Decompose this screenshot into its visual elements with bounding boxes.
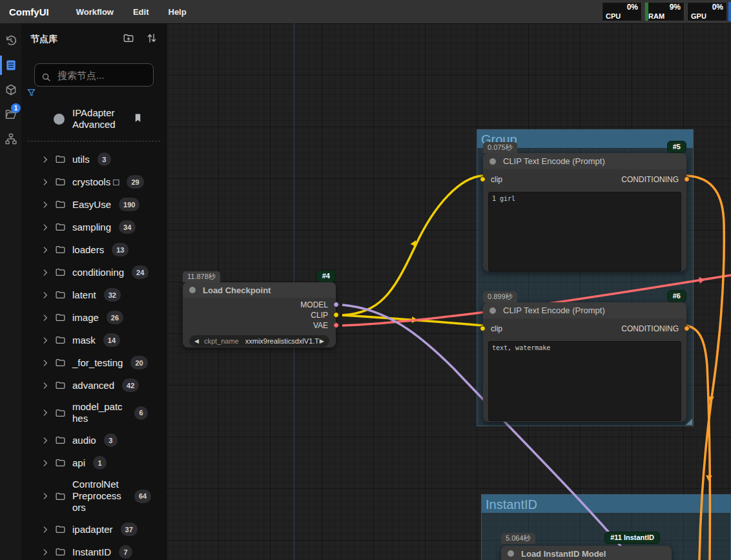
category-label: loaders — [72, 244, 104, 256]
chevron-right-icon[interactable] — [41, 525, 50, 534]
group-resize-handle[interactable] — [686, 419, 692, 425]
bookmarked-node-label: IPAdapter Advanced — [72, 107, 124, 130]
category-row[interactable]: mask 14 — [21, 329, 167, 351]
chevron-right-icon[interactable] — [41, 291, 50, 300]
sort-icon[interactable] — [146, 32, 158, 47]
new-folder-icon[interactable] — [123, 32, 134, 47]
group-title: InstantID — [486, 497, 537, 512]
output-slot-vae[interactable]: VAE — [183, 320, 336, 331]
category-row[interactable]: loaders 13 — [21, 238, 167, 261]
category-count-badge: 37 — [121, 523, 138, 536]
category-list: utils 3 crystools □ 29 EasyUse 190 — [21, 145, 167, 560]
bookmarked-node-ipadapter-advanced[interactable]: IPAdapter Advanced — [21, 99, 167, 137]
category-label: EasyUse — [72, 199, 111, 211]
menubar: ComfyUI Workflow Edit Help 0% CPU 9% RAM… — [0, 0, 731, 23]
category-row[interactable]: image 26 — [21, 306, 167, 329]
clip-input-port[interactable] — [480, 326, 486, 331]
workflows-icon[interactable]: 1 — [0, 102, 21, 127]
vae-port[interactable] — [333, 322, 339, 328]
node-canvas[interactable]: Group InstantID — [167, 23, 731, 560]
chevron-right-icon[interactable] — [41, 381, 50, 390]
bookmark-icon[interactable] — [133, 113, 143, 125]
category-row[interactable]: _for_testing 20 — [21, 351, 167, 374]
clip-port[interactable] — [333, 312, 339, 318]
node-load-checkpoint[interactable]: 11.878秒 #4 Load Checkpoint MODEL CLIP VA… — [183, 282, 336, 347]
conditioning-output-port[interactable] — [684, 326, 690, 331]
chevron-right-icon[interactable] — [41, 548, 50, 557]
category-row[interactable]: audio 3 — [21, 429, 167, 451]
chevron-right-icon[interactable] — [41, 492, 50, 501]
chevron-right-icon[interactable] — [41, 155, 50, 164]
node-title: Load Checkpoint — [203, 285, 271, 295]
category-row[interactable]: conditioning 24 — [21, 261, 167, 284]
category-row[interactable]: crystools □ 29 — [21, 171, 167, 193]
category-row[interactable]: model_patches 6 — [21, 397, 167, 429]
prompt-textarea[interactable]: text, watermake — [488, 341, 681, 421]
menu-help[interactable]: Help — [169, 7, 187, 17]
ckpt-name-combo[interactable]: ◀ ckpt_name xxmix9realisticsdxlV1.TLjU.s… — [189, 335, 329, 347]
conditioning-output-port[interactable] — [684, 176, 690, 182]
category-row[interactable]: ControlNet Preprocessors 64 — [21, 474, 167, 518]
category-row[interactable]: EasyUse 190 — [21, 193, 167, 216]
node-map-icon[interactable] — [0, 127, 21, 151]
chevron-right-icon[interactable] — [41, 408, 50, 417]
node-library-icon[interactable] — [0, 53, 21, 78]
wire-arrow — [699, 276, 705, 284]
slot-label: MODEL — [300, 300, 336, 309]
output-slot-model[interactable]: MODEL — [183, 300, 336, 310]
chevron-right-icon[interactable] — [41, 245, 50, 254]
chevron-right-icon[interactable] — [41, 436, 50, 445]
node-load-instantid-model[interactable]: 5.064秒 #11 InstantID Load InstantID Mode… — [501, 546, 672, 560]
model-library-icon[interactable] — [0, 78, 21, 102]
execution-time-badge: 11.878秒 — [183, 271, 220, 282]
chevron-right-icon[interactable] — [41, 459, 50, 468]
chevron-right-icon[interactable] — [41, 358, 50, 368]
collapse-dot-icon[interactable] — [489, 307, 496, 314]
filter-funnel-icon[interactable] — [21, 87, 167, 99]
group-header[interactable]: InstantID — [482, 495, 730, 513]
chevron-right-icon[interactable] — [41, 313, 50, 322]
model-port[interactable] — [333, 302, 339, 307]
chevron-right-icon[interactable] — [41, 336, 50, 345]
menu-workflow[interactable]: Workflow — [76, 7, 114, 17]
category-row[interactable]: utils 3 — [21, 148, 167, 171]
widget-value: xxmix9realisticsdxlV1.TLjU.s... — [245, 337, 320, 345]
chevron-right-icon[interactable] — [41, 223, 50, 232]
folder-icon — [55, 267, 66, 278]
combo-prev-icon[interactable]: ◀ — [194, 338, 199, 344]
collapse-dot-icon[interactable] — [189, 287, 196, 293]
category-row[interactable]: sampling 34 — [21, 216, 167, 238]
clip-input-port[interactable] — [480, 176, 486, 182]
category-row[interactable]: InstantID 7 — [21, 541, 167, 560]
folder-icon — [55, 289, 66, 300]
collapse-dot-icon[interactable] — [508, 550, 514, 557]
category-row[interactable]: ipadapter 37 — [21, 518, 167, 541]
workflows-count-badge: 1 — [11, 103, 21, 113]
chevron-right-icon[interactable] — [41, 178, 50, 187]
chevron-right-icon[interactable] — [41, 200, 50, 209]
node-titlebar[interactable]: CLIP Text Encode (Prompt) — [483, 153, 686, 169]
category-label: image — [72, 312, 99, 324]
output-slot-clip[interactable]: CLIP — [183, 310, 336, 320]
node-id-badge: #11 InstantID — [604, 532, 660, 544]
prompt-textarea[interactable]: 1 girl — [488, 192, 681, 271]
category-label: ipadapter — [72, 524, 113, 535]
menu-edit[interactable]: Edit — [133, 7, 149, 17]
node-titlebar[interactable]: CLIP Text Encode (Prompt) — [483, 302, 686, 318]
folder-icon — [55, 524, 66, 535]
search-input[interactable] — [57, 70, 154, 81]
combo-next-icon[interactable]: ▶ — [320, 338, 324, 344]
node-titlebar[interactable]: Load InstantID Model — [501, 546, 672, 560]
node-clip-text-encode-negative[interactable]: 0.899秒 #6 CLIP Text Encode (Prompt) clip… — [483, 302, 686, 422]
category-row[interactable]: api 1 — [21, 451, 167, 474]
category-label: conditioning — [72, 267, 124, 278]
collapse-dot-icon[interactable] — [489, 158, 496, 165]
category-row[interactable]: advanced 42 — [21, 374, 167, 397]
node-titlebar[interactable]: Load Checkpoint — [183, 282, 336, 298]
category-count-badge: 26 — [107, 311, 123, 324]
search-box[interactable] — [34, 63, 154, 87]
node-clip-text-encode-positive[interactable]: 0.075秒 #5 CLIP Text Encode (Prompt) clip… — [483, 153, 686, 271]
category-row[interactable]: latent 32 — [21, 284, 167, 306]
chevron-right-icon[interactable] — [41, 268, 50, 277]
history-icon[interactable] — [0, 28, 21, 53]
